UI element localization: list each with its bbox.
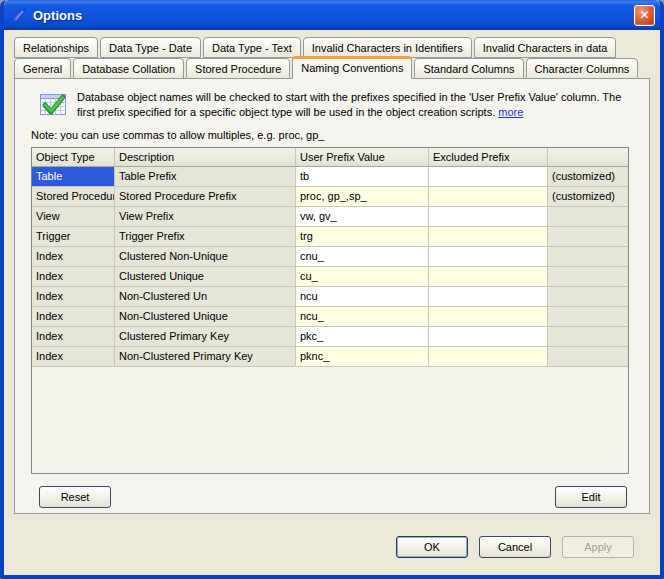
tab-invalid-characters-in-data[interactable]: Invalid Characters in data <box>474 37 617 58</box>
tab-general[interactable]: General <box>14 58 71 79</box>
dialog-button-row: OK Cancel Apply <box>4 536 634 558</box>
reset-button[interactable]: Reset <box>39 486 111 508</box>
cell-excluded-prefix[interactable] <box>429 307 548 327</box>
window-title: Options <box>33 8 634 23</box>
tab-strip-row2: GeneralDatabase CollationStored Procedur… <box>4 58 660 78</box>
tab-standard-columns[interactable]: Standard Columns <box>414 58 523 79</box>
cell-note[interactable]: (customized) <box>548 167 628 187</box>
table-row-index-6[interactable]: IndexNon-Clustered Unncu <box>32 287 628 307</box>
cell-excluded-prefix[interactable] <box>429 327 548 347</box>
cell-description[interactable]: Stored Procedure Prefix <box>115 187 296 207</box>
table-row-table-0[interactable]: TableTable Prefixtb(customized) <box>32 167 628 187</box>
cell-object-type[interactable]: View <box>32 207 115 227</box>
tab-strip-row1: RelationshipsData Type - DateData Type -… <box>4 37 660 58</box>
cell-note[interactable] <box>548 307 628 327</box>
cell-description[interactable]: Clustered Unique <box>115 267 296 287</box>
table-row-index-8[interactable]: IndexClustered Primary Keypkc_ <box>32 327 628 347</box>
tab-invalid-characters-in-identifiers[interactable]: Invalid Characters in Identifiers <box>303 37 472 58</box>
cell-user-prefix[interactable]: pkc_ <box>296 327 429 347</box>
column-header-description[interactable]: Description <box>115 148 296 167</box>
column-header-extra[interactable] <box>548 148 628 167</box>
cell-object-type[interactable]: Index <box>32 307 115 327</box>
info-text: Database object names will be checked to… <box>77 90 629 120</box>
table-row-view-2[interactable]: ViewView Prefixvw, gv_ <box>32 207 628 227</box>
cell-user-prefix[interactable]: vw, gv_ <box>296 207 429 227</box>
column-header-object-type[interactable]: Object Type <box>32 148 115 167</box>
cell-note[interactable] <box>548 267 628 287</box>
cell-excluded-prefix[interactable] <box>429 167 548 187</box>
cell-user-prefix[interactable]: cu_ <box>296 267 429 287</box>
cell-user-prefix[interactable]: cnu_ <box>296 247 429 267</box>
cell-object-type[interactable]: Index <box>32 287 115 307</box>
cell-description[interactable]: Non-Clustered Un <box>115 287 296 307</box>
table-empty-area[interactable] <box>32 367 628 473</box>
checked-table-icon <box>39 90 69 120</box>
cell-description[interactable]: Clustered Primary Key <box>115 327 296 347</box>
cell-note[interactable] <box>548 227 628 247</box>
title-bar[interactable]: Options ✕ <box>4 0 660 30</box>
apply-button[interactable]: Apply <box>562 536 634 558</box>
cell-object-type[interactable]: Index <box>32 247 115 267</box>
cell-note[interactable] <box>548 347 628 367</box>
cell-description[interactable]: Clustered Non-Unique <box>115 247 296 267</box>
table-row-index-7[interactable]: IndexNon-Clustered Uniquencu_ <box>32 307 628 327</box>
column-header-excluded-prefix[interactable]: Excluded Prefix <box>429 148 548 167</box>
cancel-button[interactable]: Cancel <box>479 536 551 558</box>
table-row-trigger-3[interactable]: TriggerTrigger Prefixtrg <box>32 227 628 247</box>
cell-note[interactable] <box>548 287 628 307</box>
cell-object-type[interactable]: Index <box>32 267 115 287</box>
column-header-user-prefix-value[interactable]: User Prefix Value <box>296 148 429 167</box>
cell-description[interactable]: Non-Clustered Primary Key <box>115 347 296 367</box>
app-icon <box>11 7 28 24</box>
cell-object-type[interactable]: Table <box>32 167 115 187</box>
tab-data-type-text[interactable]: Data Type - Text <box>203 37 301 58</box>
more-link[interactable]: more <box>498 106 523 118</box>
table-header-row[interactable]: Object TypeDescriptionUser Prefix ValueE… <box>32 148 628 167</box>
prefix-table: Object TypeDescriptionUser Prefix ValueE… <box>31 147 629 474</box>
note-text: Note: you can use commas to allow multip… <box>31 129 649 141</box>
cell-user-prefix[interactable]: trg <box>296 227 429 247</box>
tab-data-type-date[interactable]: Data Type - Date <box>100 37 201 58</box>
cell-excluded-prefix[interactable] <box>429 347 548 367</box>
cell-object-type[interactable]: Index <box>32 327 115 347</box>
close-icon[interactable]: ✕ <box>634 5 655 26</box>
table-row-stored-procedure-1[interactable]: Stored ProcedureStored Procedure Prefixp… <box>32 187 628 207</box>
tab-relationships[interactable]: Relationships <box>14 37 98 58</box>
cell-note[interactable] <box>548 207 628 227</box>
tab-database-collation[interactable]: Database Collation <box>73 58 184 79</box>
table-row-index-9[interactable]: IndexNon-Clustered Primary Keypknc_ <box>32 347 628 367</box>
cell-note[interactable] <box>548 247 628 267</box>
cell-user-prefix[interactable]: proc, gp_,sp_ <box>296 187 429 207</box>
table-row-index-5[interactable]: IndexClustered Uniquecu_ <box>32 267 628 287</box>
cell-note[interactable] <box>548 327 628 347</box>
dialog-body: RelationshipsData Type - DateData Type -… <box>4 37 660 579</box>
tab-naming-conventions[interactable]: Naming Conventions <box>292 56 412 79</box>
cell-note[interactable]: (customized) <box>548 187 628 207</box>
ok-button[interactable]: OK <box>396 536 468 558</box>
cell-user-prefix[interactable]: ncu_ <box>296 307 429 327</box>
cell-object-type[interactable]: Stored Procedure <box>32 187 115 207</box>
cell-user-prefix[interactable]: ncu <box>296 287 429 307</box>
info-line-1: Database object names will be checked to… <box>77 91 599 103</box>
options-dialog: Options ✕ RelationshipsData Type - DateD… <box>0 0 664 579</box>
cell-user-prefix[interactable]: tb <box>296 167 429 187</box>
cell-excluded-prefix[interactable] <box>429 187 548 207</box>
cell-excluded-prefix[interactable] <box>429 267 548 287</box>
table-row-index-4[interactable]: IndexClustered Non-Uniquecnu_ <box>32 247 628 267</box>
tab-stored-procedure[interactable]: Stored Procedure <box>186 58 290 79</box>
cell-excluded-prefix[interactable] <box>429 247 548 267</box>
cell-excluded-prefix[interactable] <box>429 287 548 307</box>
cell-object-type[interactable]: Trigger <box>32 227 115 247</box>
cell-excluded-prefix[interactable] <box>429 207 548 227</box>
cell-excluded-prefix[interactable] <box>429 227 548 247</box>
cell-user-prefix[interactable]: pknc_ <box>296 347 429 367</box>
cell-description[interactable]: Trigger Prefix <box>115 227 296 247</box>
cell-description[interactable]: Non-Clustered Unique <box>115 307 296 327</box>
cell-description[interactable]: Table Prefix <box>115 167 296 187</box>
tab-character-columns[interactable]: Character Columns <box>526 58 639 79</box>
edit-button[interactable]: Edit <box>555 486 627 508</box>
info-section: Database object names will be checked to… <box>39 90 629 120</box>
cell-description[interactable]: View Prefix <box>115 207 296 227</box>
cell-object-type[interactable]: Index <box>32 347 115 367</box>
panel-button-row: Reset Edit <box>39 486 627 508</box>
